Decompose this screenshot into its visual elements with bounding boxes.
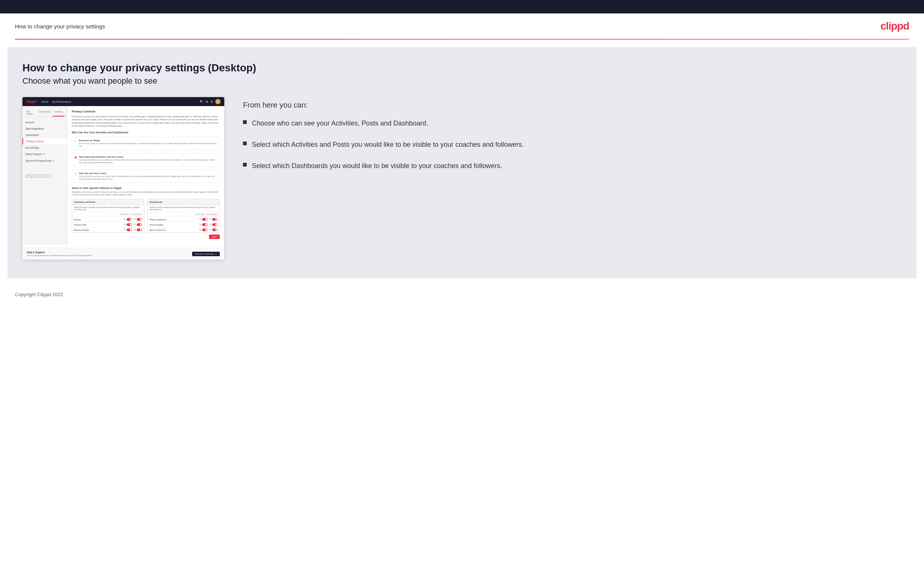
bullet-text-2: Select which Activities and Posts you wo… (252, 140, 524, 150)
mock-sidebar-serviceprivacy[interactable]: Service & Privacy Policy ↗ (23, 158, 67, 164)
mock-rounds-followers-toggle[interactable] (137, 218, 142, 221)
mock-dashboards-table: Dashboards Select the types of activity … (147, 199, 220, 233)
mock-tab-connections[interactable]: Connections (37, 109, 53, 116)
page-heading: How to change your privacy settings (Des… (23, 62, 901, 74)
bullet-square-3 (243, 163, 247, 166)
mock-sidebar-footer: Clippd Client Version: 2022.8.2 SQL Serv… (23, 172, 67, 180)
mock-showhide-desc: Regardless of the privacy controls that … (72, 191, 220, 196)
mock-help-title: Help & Support (27, 251, 192, 253)
bullet-list: Choose who can see your Activities, Post… (243, 118, 901, 171)
two-column-layout: clippd Home My Performance 🔍 ⊞ ⚙ My Pr (23, 97, 901, 259)
mock-save-row: Save (72, 233, 220, 241)
mock-avatar[interactable] (215, 99, 221, 104)
mock-chevron-golfbag: › (63, 147, 64, 149)
mock-sidebar-mygolfbag[interactable]: My Golf Bag › (23, 145, 67, 151)
mock-radio-circle-everyone (74, 140, 77, 142)
mock-help-section: Help & Support Visit our Clippd communit… (23, 248, 224, 259)
bullet-square-1 (243, 120, 247, 124)
mock-tables-row: Activities and Posts Select the types of… (72, 199, 220, 233)
mock-roundinsights-followers-toggle[interactable] (212, 223, 218, 226)
mock-roundinsights-row: Round Insights ON ON (148, 222, 220, 227)
mock-nav-performance[interactable]: My Performance (52, 100, 71, 103)
mock-chevron-dataintegrations: › (63, 128, 64, 130)
mock-sidebar-subscription[interactable]: Subscription › (23, 132, 67, 138)
mock-radio-everyone[interactable]: Everyone on Clippd Everyone on Clippd ca… (72, 137, 220, 150)
mock-settings-icon[interactable]: ⚙ (210, 100, 213, 103)
bullet-item-3: Select which Dashboards you would like t… (243, 161, 901, 171)
mock-rounds-row: Rounds ON ON (72, 217, 144, 222)
app-screenshot-mockup: clippd Home My Performance 🔍 ⊞ ⚙ My Pr (23, 97, 224, 259)
mock-body: My Profile Connections Settings Account … (23, 106, 224, 245)
clippd-logo: clippd (880, 20, 909, 32)
mock-activities-header: Activities and Posts (72, 200, 144, 205)
mock-sidebar-dataintegrations[interactable]: Data Integrations › (23, 126, 67, 132)
footer: Copyright Clippd 2022 (0, 286, 924, 303)
mock-rounds-coaches-toggle[interactable] (127, 218, 132, 221)
bullet-item-1: Choose who can see your Activities, Post… (243, 118, 901, 129)
mock-section-desc: Control how you and your data appears to… (72, 115, 220, 127)
mock-main-panel: Privacy Controls Control how you and you… (67, 106, 224, 245)
mock-section-title: Privacy Controls (72, 110, 220, 113)
mock-playerdash-coaches-toggle[interactable] (202, 218, 207, 221)
main-content-area: How to change your privacy settings (Des… (8, 47, 916, 278)
mock-search-icon[interactable]: 🔍 (200, 100, 204, 103)
mock-community-button[interactable]: Visit Our Community ↗ (192, 252, 220, 256)
mock-dashboards-subheader: COACHES FOLLOWERS (148, 212, 220, 217)
header-divider (15, 39, 909, 40)
mock-sidebar: My Profile Connections Settings Account … (23, 106, 67, 245)
mock-nav-home[interactable]: Home (42, 100, 48, 103)
from-here-title: From here you can: (243, 101, 901, 110)
mock-tab-settings[interactable]: Settings (53, 109, 65, 116)
mock-roundinsights-coaches-toggle[interactable] (202, 223, 207, 226)
mock-whattoworkon-followers-toggle[interactable] (212, 229, 218, 231)
mock-activities-subheader: COACHES FOLLOWERS (72, 212, 144, 217)
mock-who-title: Who Can See Your Activities and Dashboar… (72, 131, 220, 134)
mock-manual-coaches-toggle[interactable] (127, 229, 132, 231)
bullet-item-2: Select which Activities and Posts you wo… (243, 140, 901, 150)
mock-external-link-icon: ↗ (215, 253, 217, 255)
mock-help-desc: Visit our Clippd community to troublesho… (27, 254, 192, 256)
mock-drills-coaches-toggle[interactable] (127, 223, 132, 226)
mock-chevron-privacy: › (63, 140, 64, 143)
mock-radio-circle-onlyyou (74, 172, 77, 175)
mock-nav-icons: 🔍 ⊞ ⚙ (200, 99, 221, 104)
bullet-text-1: Choose who can see your Activities, Post… (252, 118, 428, 129)
mock-practicedrills-row: Practice Drills ON ON (72, 222, 144, 227)
mock-manual-followers-toggle[interactable] (137, 229, 142, 231)
mock-chevron-myaccount: › (63, 121, 64, 124)
mock-nav-links: Home My Performance (42, 100, 71, 103)
bullet-square-2 (243, 142, 247, 145)
page-browser-title: How to change your privacy settings (15, 23, 105, 29)
mock-radio-onlyyou[interactable]: Only You and Your Coach Only you and the… (72, 169, 220, 183)
mock-dashboards-desc: Select the types of activity that you'd … (148, 205, 220, 212)
mock-app-logo: clippd (26, 100, 36, 103)
header: How to change your privacy settings clip… (0, 13, 924, 39)
mock-radio-circle-followers (74, 156, 77, 159)
bullet-text-3: Select which Dashboards you would like t… (252, 161, 502, 171)
mock-activities-table: Activities and Posts Select the types of… (72, 199, 144, 233)
mock-activities-desc: Select the types of activity that you'd … (72, 205, 144, 212)
mock-playerdash-row: Player Dashboard ON ON (148, 217, 220, 222)
mock-sidebar-tabs: My Profile Connections Settings (23, 109, 67, 117)
mock-drills-followers-toggle[interactable] (137, 223, 142, 226)
mock-share-icon: ⊞ (205, 100, 208, 103)
mock-whattoworkon-coaches-toggle[interactable] (202, 229, 207, 231)
mock-radio-followers[interactable]: Only Approved Followers and Your Coach O… (72, 153, 220, 166)
mock-manualactivities-row: Manual Activities ON ON (72, 227, 144, 232)
page-subheading: Choose what you want people to see (23, 76, 901, 86)
mock-dashboards-header: Dashboards (148, 200, 220, 205)
mock-sidebar-privacycontrols[interactable]: Privacy Controls › (23, 138, 67, 145)
mock-playerdash-followers-toggle[interactable] (212, 218, 218, 221)
mock-whattoworkon-row: What To Work On ON ON (148, 227, 220, 232)
mock-showhide-title: Show or hide specific features in Clippd (72, 187, 220, 189)
footer-text: Copyright Clippd 2022 (15, 292, 63, 297)
mock-navbar: clippd Home My Performance 🔍 ⊞ ⚙ (23, 97, 224, 106)
mock-sidebar-myaccount[interactable]: Account › (23, 119, 67, 126)
right-column: From here you can: Choose who can see yo… (243, 97, 901, 171)
mock-sidebar-helpsupport[interactable]: Help & Support ↗ (23, 151, 67, 158)
mock-chevron-subscription: › (63, 134, 64, 136)
mock-tab-myprofile[interactable]: My Profile (25, 109, 37, 116)
mock-save-button[interactable]: Save (209, 235, 220, 239)
top-bar (0, 0, 924, 13)
